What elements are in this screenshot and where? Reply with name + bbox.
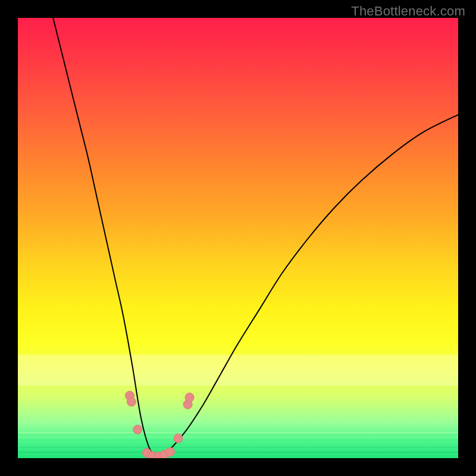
marker-left-upper-b <box>127 397 136 406</box>
watermark-text: TheBottleneck.com <box>351 4 465 19</box>
bottleneck-curve <box>53 18 458 456</box>
marker-group <box>126 391 195 458</box>
marker-right-lower <box>174 434 183 443</box>
marker-left-lower <box>133 425 142 434</box>
chart-frame: TheBottleneck.com <box>0 0 476 476</box>
marker-right-upper-b <box>185 393 194 402</box>
curve-path-group <box>53 18 458 456</box>
plot-area <box>18 18 458 458</box>
chart-svg <box>18 18 458 458</box>
marker-valley-e <box>166 447 175 456</box>
